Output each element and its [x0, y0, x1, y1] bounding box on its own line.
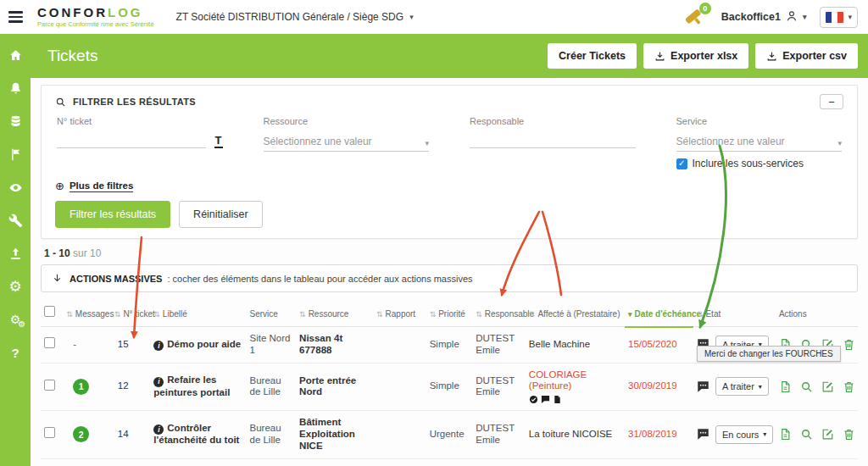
create-tickets-button[interactable]: Créer Tickets — [548, 43, 637, 69]
column-header-responsable[interactable]: ⇅Responsable — [472, 301, 526, 327]
sort-icon: ⇅ — [697, 310, 704, 319]
status-cell: En cours▾ — [693, 411, 776, 458]
search-action-button[interactable] — [800, 380, 813, 393]
label-cell: iRefaire les peintures portail — [150, 363, 246, 411]
row-select-checkbox[interactable] — [44, 337, 55, 348]
ressource-select[interactable]: Sélectionnez une valeur ▾ — [264, 133, 430, 152]
reset-filters-button[interactable]: Réinitialiser — [179, 201, 263, 228]
ticket-number-cell: 14 — [111, 411, 150, 458]
user-menu[interactable]: Backoffice1 ▾ — [721, 9, 807, 25]
priorite-cell: Urgente — [426, 458, 473, 466]
wrench-icon[interactable] — [8, 213, 23, 228]
select-all-checkbox[interactable] — [44, 306, 55, 317]
status-dropdown[interactable]: En cours▾ — [715, 425, 773, 444]
info-icon: i — [153, 341, 164, 351]
home-icon[interactable] — [8, 47, 23, 63]
chevron-down-icon: ▾ — [848, 13, 852, 21]
comment-tooltip-text: Merci de changer les FOURCHES — [704, 349, 833, 358]
service-cell: Bureaux Nice — [246, 458, 296, 466]
logo-text: CONFORLOG — [37, 6, 154, 19]
chevron-down-icon: ▾ — [425, 139, 429, 147]
apply-filters-button[interactable]: Filtrer les résultats — [55, 201, 170, 228]
upload-icon[interactable] — [8, 246, 23, 261]
edit-action-button[interactable] — [821, 428, 834, 441]
column-header-rapport[interactable]: ⇅Rapport — [373, 301, 426, 327]
flag-icon[interactable] — [8, 147, 23, 162]
include-subservices-option[interactable]: Inclure les sous-services — [676, 158, 843, 169]
company-selector[interactable]: ZT Société DISTRIBUTION Générale / Siège… — [176, 11, 414, 23]
ressource-select-value: Sélectionnez une valeur — [264, 136, 372, 147]
ticket-row: 112iRefaire les peintures portailBureau … — [41, 363, 858, 411]
info-icon: i — [153, 424, 164, 435]
logo: CONFORLOG Parce que Conformité rime avec… — [37, 6, 154, 28]
database-icon[interactable] — [8, 114, 23, 129]
menu-toggle[interactable] — [0, 0, 31, 34]
ticket-row: 214iContrôler l'étanchéité du toitBureau… — [41, 411, 858, 458]
unread-messages-badge: 1 — [73, 379, 89, 395]
more-filters-link[interactable]: ⊕ Plus de filtres — [55, 180, 843, 192]
ressource-label: Ressource — [264, 116, 430, 126]
language-selector[interactable]: ▾ — [820, 7, 858, 28]
ressource-cell: Porte entrée Nord — [296, 363, 373, 411]
priorite-cell: Simple — [426, 327, 473, 363]
delete-action-button[interactable] — [843, 338, 855, 351]
topbar: CONFORLOG Parce que Conformité rime avec… — [31, 0, 868, 34]
logo-text-secondary: LOG — [108, 5, 143, 19]
status-cell: A traiter▾ — [693, 458, 776, 466]
edit-action-button[interactable] — [821, 380, 834, 393]
results-count: 1 - 10 sur 10 — [44, 247, 854, 259]
chevron-down-icon: ▾ — [759, 383, 762, 391]
bell-icon[interactable] — [8, 80, 23, 96]
service-select[interactable]: Sélectionnez une valeur ▾ — [676, 133, 843, 152]
eye-icon[interactable] — [8, 180, 23, 195]
column-header-affect-prestataire-[interactable]: ⇅Affecté à (Prestataire) — [526, 301, 625, 327]
assigned-cell: Paul BERGER (Renault NICE PL) — [526, 458, 625, 466]
select-cell — [41, 363, 63, 411]
label-cell: iréparation des pneus — [150, 458, 246, 466]
search-action-button[interactable] — [800, 428, 813, 441]
notification-count-badge: 0 — [699, 3, 711, 14]
export-csv-button[interactable]: Exporter csv — [755, 43, 858, 69]
column-header-messages[interactable]: ⇅Messages — [63, 301, 111, 327]
ressource-cell: Bâtiment Exploitation NICE — [296, 411, 373, 458]
assigned-cell: COLORIAGE (Peinture) — [526, 363, 625, 411]
ticket-number-input[interactable] — [57, 130, 206, 148]
export-xlsx-button[interactable]: Exporter xlsx — [643, 43, 748, 69]
collapse-filters-button[interactable]: − — [820, 94, 843, 109]
row-select-checkbox[interactable] — [44, 427, 55, 438]
responsable-label: Responsable — [470, 116, 636, 126]
notification-button[interactable]: 0 — [682, 5, 708, 29]
rapport-cell — [373, 458, 426, 466]
rapport-cell — [373, 327, 426, 363]
delete-action-button[interactable] — [843, 380, 855, 393]
info-icon: i — [153, 377, 164, 387]
modules-icon[interactable]: ⚙⚙ — [8, 312, 23, 327]
help-icon[interactable]: ? — [8, 345, 23, 360]
column-header-libell-[interactable]: ⇅Libellé — [150, 301, 246, 327]
settings-icon[interactable]: ⚙ — [8, 279, 23, 294]
comment-bubble-icon[interactable] — [697, 380, 709, 393]
column-header-priorit-[interactable]: ⇅Priorité — [426, 301, 473, 327]
column-header-ressource[interactable]: ⇅Ressource — [296, 301, 373, 327]
sort-icon: ⇅ — [376, 310, 383, 319]
status-dropdown[interactable]: A traiter▾ — [715, 377, 769, 396]
column-header-etat[interactable]: ⇅Etat — [693, 301, 776, 327]
service-cell: Bureau de Lille — [246, 363, 296, 411]
pdf-action-button[interactable] — [779, 428, 792, 441]
include-subservices-checkbox[interactable] — [676, 158, 687, 169]
responsable-cell: DUTEST Emile — [472, 327, 526, 363]
rapport-cell — [373, 363, 426, 411]
column-header-n-ticket[interactable]: ⇅N° ticket — [111, 301, 150, 327]
table-header-row: ⇅Messages⇅N° ticket⇅LibelléService⇅Resso… — [41, 301, 858, 327]
delete-action-button[interactable] — [843, 428, 855, 441]
responsable-input[interactable] — [470, 130, 636, 148]
column-header-date-d-ch-ance[interactable]: ▾Date d'échéance — [625, 301, 693, 327]
filter-actions: Filtrer les résultats Réinitialiser — [55, 201, 843, 228]
row-select-checkbox[interactable] — [44, 380, 55, 391]
due-date-cell: 31/08/2019 — [625, 411, 693, 458]
comment-bubble-icon[interactable] — [697, 428, 709, 441]
pdf-action-button[interactable] — [779, 380, 792, 393]
page-title: Tickets — [47, 47, 97, 65]
filter-panel: FILTRER LES RÉSULTATS − N° ticket T Ress… — [41, 85, 858, 239]
sort-icon: ⇅ — [153, 310, 160, 319]
